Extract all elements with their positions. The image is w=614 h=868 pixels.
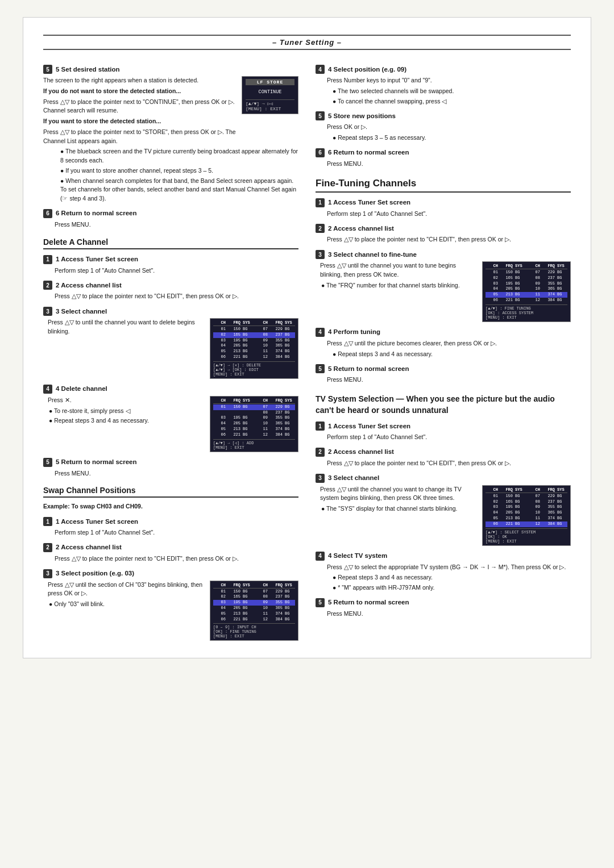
delete-step2: 2 2 Access channel list bbox=[43, 281, 298, 290]
swap-step3-table: CH FRQ SYS CH FRQ SYS 01150BG07229BG 021… bbox=[210, 581, 298, 641]
swap-step1: 1 1 Access Tuner Set screen bbox=[43, 517, 298, 526]
swap-right-step4: 4 4 Select position (e.g. 09) bbox=[316, 65, 571, 74]
step5-bold1: If you do not want to store the detected… bbox=[43, 87, 236, 96]
swap-step3: 3 3 Select position (e.g. 03) bbox=[43, 569, 298, 578]
fine-tuning-title: Fine-Tuning Channels bbox=[316, 178, 571, 193]
fine-step3: 3 3 Select channel to fine-tune bbox=[316, 250, 571, 259]
step5-body3: Press △▽ to place the pointer next to "S… bbox=[43, 128, 236, 146]
swap-right-step5: 5 5 Store new positions bbox=[316, 111, 571, 120]
fine-step4: 4 4 Perform tuning bbox=[316, 328, 571, 337]
step6-body: Press MENU. bbox=[55, 220, 298, 229]
fine-step3-table: CH FRQ SYS CH FRQ SYS 01150BG07229BG 021… bbox=[482, 261, 571, 322]
delete-step3: 3 3 Select channel bbox=[43, 307, 298, 316]
fine-step2: 2 2 Access channel list bbox=[316, 224, 571, 233]
right-column: 4 4 Select position (e.g. 09) Press Numb… bbox=[316, 59, 571, 641]
delete-step4-table: CH FRQ SYS CH FRQ SYS 01150BG07229BG 082… bbox=[210, 396, 298, 452]
tv-step1: 1 1 Access Tuner Set screen bbox=[316, 422, 571, 431]
delete-step3-table: CH FRQ SYS CH FRQ SYS 01150BG07229BG 021… bbox=[210, 318, 298, 379]
step5-content-row: The screen to the right appears when a s… bbox=[43, 76, 298, 147]
delete-step4: 4 4 Delete channel bbox=[43, 385, 298, 394]
tv-system-title: TV System Selection — When you see the p… bbox=[316, 394, 571, 416]
tv-step4: 4 4 Select TV system bbox=[316, 552, 571, 561]
tv-step2: 2 2 Access channel list bbox=[316, 448, 571, 457]
tv-step5: 5 5 Return to normal screen bbox=[316, 598, 571, 607]
delete-channel-title: Delete A Channel bbox=[43, 237, 298, 249]
fine-step1: 1 1 Access Tuner Set screen bbox=[316, 198, 571, 207]
step5-bullets: The blueback screen and the TV picture c… bbox=[55, 147, 298, 203]
lf-store-screen: LF STORE CONTINUE [▲/▼] → ▷◁ [MENU] : EX… bbox=[242, 76, 298, 114]
fine-step5: 5 5 Return to normal screen bbox=[316, 364, 571, 373]
step6-return-normal: 6 6 Return to normal screen bbox=[43, 209, 298, 218]
swap-step2: 2 2 Access channel list bbox=[43, 543, 298, 552]
tuner-setting-header: – Tuner Setting – bbox=[43, 35, 571, 50]
step5-body1: The screen to the right appears when a s… bbox=[43, 76, 236, 85]
swap-channel-title: Swap Channel Positions bbox=[43, 486, 298, 498]
delete-step5: 5 5 Return to normal screen bbox=[43, 458, 298, 467]
delete-step1: 1 1 Access Tuner Set screen bbox=[43, 255, 298, 264]
left-column: 5 5 Set desired station The screen to th… bbox=[43, 59, 298, 641]
swap-right-step6: 6 6 Return to normal screen bbox=[316, 148, 571, 157]
step5-bold2: If you want to store the detected statio… bbox=[43, 117, 236, 126]
page-container: – Tuner Setting – 5 5 Set desired statio… bbox=[23, 17, 591, 658]
swap-example: Example: To swap CH03 and CH09. bbox=[43, 502, 298, 511]
step5-body2: Press △▽ to place the pointer next to "C… bbox=[43, 98, 236, 116]
tv-step3: 3 3 Select channel bbox=[316, 474, 571, 483]
tv-step3-table: CH FRQ SYS CH FRQ SYS 01150BG07229BG 021… bbox=[482, 485, 571, 546]
step5-set-desired: 5 5 Set desired station bbox=[43, 65, 298, 74]
